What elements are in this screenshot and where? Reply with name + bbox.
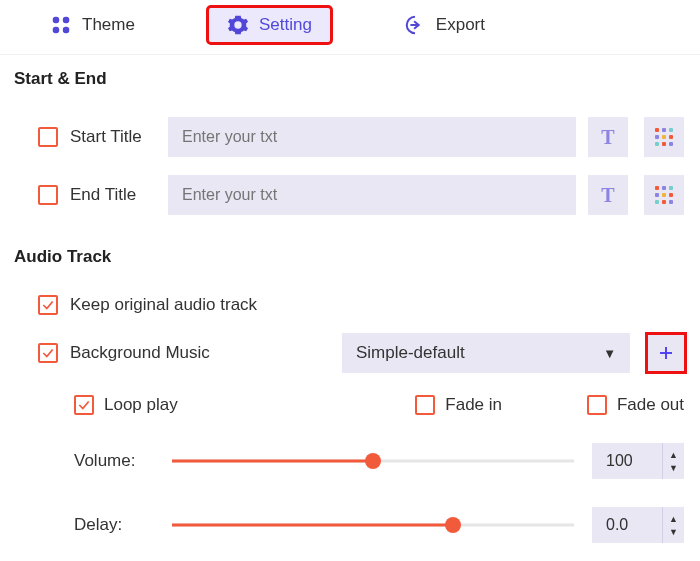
text-icon: T xyxy=(601,126,614,149)
chevron-down-icon: ▼ xyxy=(603,346,616,361)
export-icon xyxy=(404,14,426,36)
bg-music-label: Background Music xyxy=(70,343,330,363)
bg-music-checkbox[interactable] xyxy=(38,343,58,363)
volume-step-up[interactable]: ▲ xyxy=(663,448,684,461)
bg-music-row: Background Music Simple-default ▼ xyxy=(38,333,684,373)
tab-setting[interactable]: Setting xyxy=(209,8,330,42)
section-audio-title: Audio Track xyxy=(0,233,700,273)
fadeout-label: Fade out xyxy=(617,395,684,415)
color-grid-button-2[interactable] xyxy=(644,175,684,215)
bg-music-selected: Simple-default xyxy=(356,343,465,363)
end-title-checkbox[interactable] xyxy=(38,185,58,205)
keep-original-label: Keep original audio track xyxy=(70,295,257,315)
bg-music-sub: Loop play Fade in Fade out Volume: 1 xyxy=(38,395,684,543)
loop-group: Loop play xyxy=(74,395,330,415)
fadein-group: Fade in xyxy=(330,395,586,415)
fadein-label: Fade in xyxy=(445,395,502,415)
volume-step-down[interactable]: ▼ xyxy=(663,461,684,474)
fade-row: Loop play Fade in Fade out xyxy=(74,395,684,415)
start-title-input[interactable] xyxy=(168,117,576,157)
tab-bar: Theme Setting Export xyxy=(0,0,700,55)
delay-value: 0.0 xyxy=(606,507,662,543)
svg-rect-2 xyxy=(53,27,59,33)
start-end-area: Start Title T End Title T xyxy=(0,95,700,215)
text-style-button[interactable]: T xyxy=(588,117,628,157)
svg-rect-0 xyxy=(53,17,59,23)
color-grid-icon xyxy=(655,128,673,146)
tab-setting-label: Setting xyxy=(259,15,312,35)
start-title-checkbox[interactable] xyxy=(38,127,58,147)
fadeout-checkbox[interactable] xyxy=(587,395,607,415)
delay-row: Delay: 0.0 ▲ ▼ xyxy=(74,507,684,543)
audio-area: Keep original audio track Background Mus… xyxy=(0,273,700,543)
delay-step-up[interactable]: ▲ xyxy=(663,512,684,525)
delay-spinner[interactable]: 0.0 ▲ ▼ xyxy=(592,507,684,543)
end-title-input[interactable] xyxy=(168,175,576,215)
loop-label: Loop play xyxy=(104,395,178,415)
section-start-end-title: Start & End xyxy=(0,55,700,95)
svg-rect-3 xyxy=(63,27,69,33)
theme-icon xyxy=(50,14,72,36)
svg-rect-1 xyxy=(63,17,69,23)
tab-theme[interactable]: Theme xyxy=(32,8,153,42)
gear-icon xyxy=(227,14,249,36)
volume-label: Volume: xyxy=(74,451,154,471)
volume-spinner[interactable]: 100 ▲ ▼ xyxy=(592,443,684,479)
tab-export-label: Export xyxy=(436,15,485,35)
volume-row: Volume: 100 ▲ ▼ xyxy=(74,443,684,479)
end-title-row: End Title T xyxy=(38,175,684,215)
delay-slider[interactable] xyxy=(172,515,574,535)
loop-checkbox[interactable] xyxy=(74,395,94,415)
text-style-button-2[interactable]: T xyxy=(588,175,628,215)
color-grid-button[interactable] xyxy=(644,117,684,157)
tab-export[interactable]: Export xyxy=(386,8,503,42)
keep-original-row: Keep original audio track xyxy=(38,295,684,315)
bg-music-select[interactable]: Simple-default ▼ xyxy=(342,333,630,373)
fadein-checkbox[interactable] xyxy=(415,395,435,415)
volume-slider[interactable] xyxy=(172,451,574,471)
add-music-button[interactable] xyxy=(648,335,684,371)
keep-original-checkbox[interactable] xyxy=(38,295,58,315)
fadeout-group: Fade out xyxy=(587,395,684,415)
delay-label: Delay: xyxy=(74,515,154,535)
start-title-label: Start Title xyxy=(70,127,156,147)
end-title-label: End Title xyxy=(70,185,156,205)
delay-step-down[interactable]: ▼ xyxy=(663,525,684,538)
tab-theme-label: Theme xyxy=(82,15,135,35)
volume-value: 100 xyxy=(606,443,662,479)
start-title-row: Start Title T xyxy=(38,117,684,157)
text-icon: T xyxy=(601,184,614,207)
color-grid-icon xyxy=(655,186,673,204)
